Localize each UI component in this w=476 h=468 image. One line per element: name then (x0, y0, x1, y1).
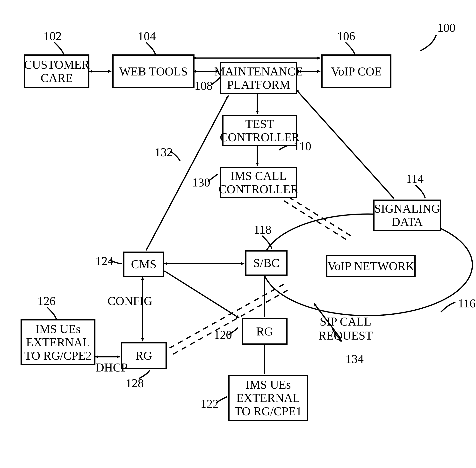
svg-line-9 (289, 197, 353, 237)
ref-104: 104 (138, 29, 156, 43)
box-ims-call-controller: IMS CALL CONTROLLER (220, 167, 297, 198)
box-voip-coe: VoIP COE (321, 54, 392, 88)
ref-130: 130 (192, 175, 210, 189)
label: CMS (131, 258, 156, 271)
box-customer-care: CUSTOMER CARE (24, 54, 89, 88)
label: MAINTENANCE PLATFORM (214, 65, 303, 91)
box-cms: CMS (123, 251, 164, 277)
box-maintenance: MAINTENANCE PLATFORM (220, 62, 297, 94)
label: VoIP NETWORK (327, 260, 414, 273)
ref-132: 132 (155, 145, 173, 159)
ref-120: 120 (214, 328, 232, 342)
box-web-tools: WEB TOOLS (112, 54, 195, 88)
ref-124: 124 (96, 254, 113, 268)
box-rg1: RG (242, 318, 288, 345)
box-ue1: IMS UEs EXTERNAL TO RG/CPE1 (228, 375, 308, 421)
svg-line-7 (146, 96, 228, 250)
ref-110: 110 (294, 139, 311, 153)
label-sip-call-request: SIP CALL REQUEST (314, 314, 377, 342)
diagram-stage: CUSTOMER CARE WEB TOOLS MAINTENANCE PLAT… (0, 0, 476, 468)
label: IMS CALL CONTROLLER (219, 169, 299, 196)
ref-118: 118 (254, 222, 271, 236)
ref-102: 102 (43, 29, 62, 43)
ref-114: 114 (406, 172, 424, 186)
ref-116: 116 (458, 296, 476, 310)
svg-line-14 (164, 271, 239, 318)
ref-134: 134 (346, 352, 364, 366)
label: RG (256, 325, 273, 338)
label: S/BC (253, 256, 279, 270)
label-config: CONFIG (108, 294, 153, 308)
label: WEB TOOLS (119, 65, 188, 78)
label: IMS UEs EXTERNAL TO RG/CPE2 (22, 322, 94, 362)
box-test-controller: TEST CONTROLLER (222, 115, 297, 146)
label: IMS UEs EXTERNAL TO RG/CPE1 (230, 378, 307, 418)
box-signaling-data: SIGNALING DATA (373, 200, 441, 231)
label: VoIP COE (331, 65, 382, 78)
ref-128: 128 (126, 376, 144, 390)
box-voip-network: VoIP NETWORK (326, 255, 416, 277)
box-sbc: S/BC (245, 250, 288, 276)
ref-108: 108 (195, 79, 213, 93)
label: TEST CONTROLLER (220, 117, 300, 144)
ref-106: 106 (337, 29, 355, 43)
ref-100: 100 (437, 21, 455, 35)
ref-126: 126 (37, 294, 56, 308)
label: RG (135, 349, 152, 362)
label: SIGNALING DATA (374, 202, 440, 229)
box-rg2: RG (121, 342, 167, 369)
label: CUSTOMER CARE (24, 58, 89, 85)
label-dhcp: DHCP (96, 360, 127, 374)
ref-122: 122 (201, 397, 219, 411)
box-ue2: IMS UEs EXTERNAL TO RG/CPE2 (21, 319, 96, 365)
